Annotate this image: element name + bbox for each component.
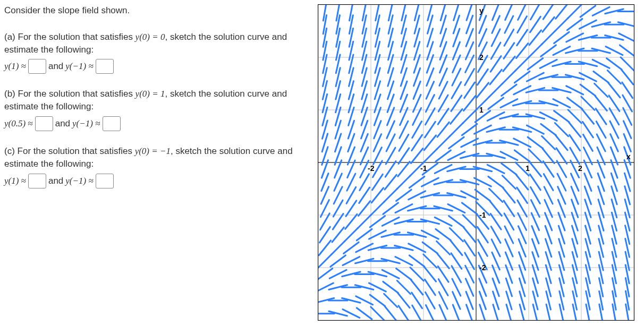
part-b-ans2-input[interactable] [103, 116, 121, 131]
svg-line-471 [556, 5, 567, 19]
question-text: Consider the slope field shown. (a) For … [4, 4, 318, 335]
svg-line-96 [358, 201, 370, 216]
svg-line-212 [423, 254, 437, 268]
svg-line-89 [356, 296, 373, 305]
svg-line-321 [477, 83, 488, 98]
svg-line-447 [543, 5, 554, 19]
part-b-ans1-input[interactable] [35, 116, 53, 131]
svg-line-420 [529, 44, 542, 57]
svg-line-487 [568, 110, 581, 123]
svg-line-337 [489, 188, 503, 202]
slope-field-plot: -2-112-2-112yx [318, 4, 634, 321]
svg-line-171 [398, 161, 410, 176]
svg-line-121 [371, 188, 383, 203]
svg-line-489 [566, 86, 583, 95]
svg-line-370 [502, 71, 515, 84]
part-c-ans1-input[interactable] [28, 174, 46, 188]
svg-line-295 [463, 110, 476, 123]
svg-line-287 [463, 215, 476, 228]
svg-line-236 [437, 254, 449, 269]
svg-line-71 [345, 214, 357, 229]
part-a: (a) For the solution that satisfies y(0)… [4, 31, 309, 74]
svg-line-396 [516, 44, 528, 58]
svg-text:x: x [626, 152, 631, 161]
svg-line-389 [514, 139, 531, 147]
svg-line-286 [463, 227, 475, 242]
part-c-ans1-label: y(1) ≈ [4, 175, 26, 187]
svg-line-239 [435, 217, 452, 226]
svg-line-462 [555, 123, 568, 136]
svg-text:-1: -1 [479, 211, 486, 219]
svg-line-364 [501, 152, 518, 160]
svg-line-261 [451, 240, 462, 255]
part-a-ans1-input[interactable] [28, 59, 46, 74]
part-c-ans2-label: y(−1) ≈ [65, 175, 93, 187]
svg-line-445 [542, 31, 555, 44]
svg-line-362 [502, 176, 515, 189]
svg-line-314 [474, 178, 491, 186]
svg-line-270 [450, 123, 463, 136]
part-a-ans1-label: y(1) ≈ [4, 60, 26, 73]
svg-line-539 [592, 59, 609, 68]
svg-line-160 [399, 306, 409, 320]
svg-line-43 [329, 270, 346, 278]
part-a-prefix: (a) For the solution that satisfies [4, 32, 135, 42]
svg-line-208 [426, 305, 434, 320]
svg-line-20 [318, 254, 332, 268]
svg-line-361 [503, 188, 515, 203]
svg-line-293 [461, 139, 478, 147]
svg-line-221 [424, 135, 436, 150]
svg-line-262 [450, 228, 463, 242]
svg-line-512 [581, 97, 595, 110]
svg-line-245 [437, 136, 450, 149]
svg-text:-2: -2 [479, 263, 486, 272]
svg-line-220 [423, 149, 437, 162]
svg-line-437 [542, 136, 555, 149]
svg-line-468 [553, 47, 570, 55]
svg-text:2: 2 [479, 53, 484, 62]
part-c-mid: and [48, 175, 63, 187]
part-c-ans2-input[interactable] [96, 174, 114, 188]
svg-line-436 [543, 149, 554, 164]
part-c-condition: y(0) = −1 [135, 146, 171, 156]
svg-line-421 [529, 30, 541, 45]
svg-line-343 [487, 112, 504, 121]
svg-line-246 [437, 122, 449, 137]
part-c: (c) For the solution that satisfies y(0)… [4, 145, 309, 188]
svg-line-464 [553, 99, 570, 108]
part-b-mid: and [55, 117, 70, 130]
svg-line-536 [595, 96, 607, 111]
part-b-ans2-label: y(−1) ≈ [72, 117, 100, 130]
part-b-prefix: (b) For the solution that satisfies [4, 89, 135, 99]
svg-line-395 [515, 57, 529, 71]
svg-line-271 [451, 109, 462, 124]
svg-line-461 [556, 135, 567, 150]
part-b: (b) For the solution that satisfies y(0)… [4, 88, 309, 131]
svg-line-371 [503, 56, 515, 71]
part-a-mid: and [48, 60, 63, 73]
svg-line-137 [384, 294, 397, 307]
svg-line-139 [382, 270, 399, 278]
svg-line-211 [424, 267, 436, 281]
intro-text: Consider the slope field shown. [4, 4, 309, 17]
svg-line-114 [369, 283, 386, 291]
part-a-condition: y(0) = 0 [135, 32, 165, 42]
svg-line-268 [448, 152, 465, 160]
svg-line-143 [382, 217, 399, 226]
part-a-ans2-input[interactable] [96, 59, 114, 74]
svg-line-439 [540, 112, 557, 121]
part-c-prefix: (c) For the solution that satisfies [4, 146, 135, 156]
svg-line-411 [529, 161, 541, 176]
svg-line-414 [527, 125, 544, 134]
svg-line-493 [566, 33, 583, 42]
svg-text:-2: -2 [368, 164, 375, 173]
svg-line-18 [318, 283, 333, 291]
svg-line-196 [411, 149, 422, 164]
svg-line-318 [474, 125, 491, 134]
svg-line-184 [412, 305, 422, 320]
svg-line-189 [409, 244, 426, 252]
svg-line-339 [487, 165, 504, 173]
svg-line-543 [592, 7, 609, 15]
svg-line-418 [527, 73, 544, 81]
svg-line-145 [384, 188, 397, 202]
